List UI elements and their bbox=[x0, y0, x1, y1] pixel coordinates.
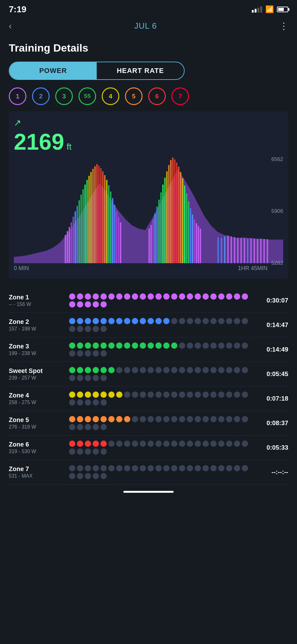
dot bbox=[234, 293, 240, 300]
zone-circle-2[interactable]: 2 bbox=[32, 87, 50, 105]
svg-rect-28 bbox=[118, 217, 119, 263]
svg-rect-42 bbox=[172, 158, 173, 263]
dot bbox=[116, 416, 122, 422]
dot bbox=[226, 367, 232, 373]
zone-range: 258 - 275 W bbox=[9, 400, 65, 405]
dot bbox=[69, 293, 75, 300]
chart-svg bbox=[14, 156, 283, 263]
dot bbox=[226, 318, 232, 324]
dot bbox=[163, 318, 170, 324]
dot bbox=[93, 391, 99, 398]
svg-rect-7 bbox=[77, 206, 78, 263]
power-toggle[interactable]: POWER bbox=[9, 62, 97, 79]
zone-circle-ss[interactable]: SS bbox=[78, 87, 96, 105]
svg-rect-18 bbox=[98, 166, 100, 263]
zone-circle-4[interactable]: 4 bbox=[102, 87, 119, 105]
svg-rect-12 bbox=[86, 180, 88, 263]
dot bbox=[77, 326, 83, 332]
dot bbox=[148, 416, 154, 422]
status-time: 7:19 bbox=[9, 4, 26, 14]
dot bbox=[210, 318, 217, 324]
zone-range: 319 - 530 W bbox=[9, 449, 65, 454]
dot bbox=[140, 465, 146, 471]
zone-time-5: 0:08:37 bbox=[257, 419, 288, 427]
zone-circle-3[interactable]: 3 bbox=[55, 87, 73, 105]
dot bbox=[202, 367, 209, 373]
svg-rect-39 bbox=[166, 171, 168, 263]
dot bbox=[93, 293, 99, 300]
zone-circle-1[interactable]: 1 bbox=[9, 87, 26, 105]
zone-circle-7[interactable]: 7 bbox=[171, 87, 189, 105]
dot bbox=[93, 301, 99, 308]
back-button[interactable]: ‹ bbox=[9, 21, 12, 31]
dot bbox=[234, 465, 240, 471]
dot bbox=[179, 318, 185, 324]
dot bbox=[163, 293, 170, 300]
svg-rect-58 bbox=[221, 238, 222, 263]
dot bbox=[171, 441, 177, 447]
dot bbox=[100, 424, 107, 430]
zone-circle-5[interactable]: 5 bbox=[125, 87, 143, 105]
svg-rect-60 bbox=[227, 236, 229, 263]
dot bbox=[171, 342, 177, 349]
dot bbox=[171, 367, 177, 373]
dot bbox=[93, 424, 99, 430]
chart-container: ↗ 2169ft 6562 5906 5282 bbox=[9, 111, 288, 279]
zone-time-7: --:--:-- bbox=[257, 469, 288, 476]
dot bbox=[210, 391, 217, 398]
zone-circle-6[interactable]: 6 bbox=[148, 87, 166, 105]
dot bbox=[85, 342, 91, 349]
zone-dots-5 bbox=[65, 416, 257, 430]
dot bbox=[218, 465, 224, 471]
heart-rate-toggle[interactable]: HEART RATE bbox=[97, 62, 184, 79]
dot bbox=[202, 465, 209, 471]
dot bbox=[93, 473, 99, 479]
dot bbox=[140, 342, 146, 349]
svg-rect-19 bbox=[100, 168, 101, 263]
dot bbox=[163, 391, 170, 398]
dot bbox=[210, 293, 217, 300]
dot bbox=[148, 342, 154, 349]
svg-rect-17 bbox=[96, 164, 98, 263]
dot bbox=[69, 441, 75, 447]
dot bbox=[77, 318, 83, 324]
dot bbox=[77, 342, 83, 349]
svg-rect-64 bbox=[240, 238, 242, 263]
more-button[interactable]: ⋮ bbox=[279, 21, 288, 31]
dot bbox=[77, 301, 83, 308]
dot bbox=[155, 416, 162, 422]
zone-range: 239 - 257 W bbox=[9, 375, 65, 381]
dot bbox=[187, 293, 193, 300]
svg-rect-41 bbox=[170, 160, 171, 263]
dot bbox=[179, 416, 185, 422]
dot bbox=[234, 391, 240, 398]
dot bbox=[85, 318, 91, 324]
dot bbox=[124, 367, 130, 373]
dot bbox=[108, 318, 115, 324]
svg-rect-35 bbox=[158, 200, 159, 263]
dot bbox=[132, 465, 138, 471]
dot bbox=[179, 367, 185, 373]
dot bbox=[100, 473, 107, 479]
dot bbox=[116, 367, 122, 373]
dot bbox=[100, 293, 107, 300]
zone-row-5: Zone 5276 - 318 W0:08:37 bbox=[9, 411, 288, 436]
svg-rect-13 bbox=[89, 176, 90, 263]
trend-icon: ↗ bbox=[14, 118, 21, 128]
dot bbox=[202, 391, 209, 398]
dot bbox=[93, 448, 99, 455]
dot bbox=[171, 391, 177, 398]
dot bbox=[155, 391, 162, 398]
dot bbox=[155, 293, 162, 300]
svg-rect-65 bbox=[244, 238, 245, 263]
dot bbox=[140, 391, 146, 398]
svg-rect-44 bbox=[176, 163, 177, 263]
page-title: Training Details bbox=[9, 42, 288, 54]
dot bbox=[171, 293, 177, 300]
dot bbox=[77, 473, 83, 479]
zone-row-6: Zone 6319 - 530 W0:05:33 bbox=[9, 436, 288, 460]
dot bbox=[100, 391, 107, 398]
svg-rect-29 bbox=[120, 222, 121, 263]
dot bbox=[202, 416, 209, 422]
dot bbox=[108, 391, 115, 398]
